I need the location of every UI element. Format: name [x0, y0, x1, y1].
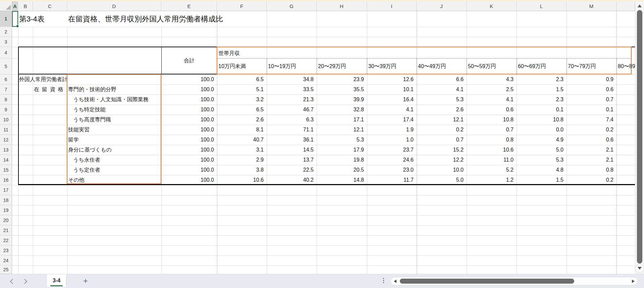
cell-value[interactable]: 100.0: [161, 74, 214, 84]
cell-value[interactable]: 2.1: [567, 145, 613, 155]
scroll-left-icon[interactable]: [394, 280, 396, 283]
cell-value[interactable]: 3.1: [217, 145, 264, 155]
column-header-H[interactable]: H: [317, 1, 367, 11]
cell-value[interactable]: 23.7: [367, 145, 414, 155]
cell-value[interactable]: 17.9: [317, 145, 364, 155]
income-column-header[interactable]: 50〜59万円: [468, 58, 496, 74]
sheet-tab-3-4[interactable]: 3-4: [47, 274, 66, 287]
cell-value[interactable]: 5.3: [517, 155, 564, 165]
column-header-L[interactable]: L: [517, 1, 567, 11]
cell-value[interactable]: 0.2: [567, 175, 613, 185]
cell-value[interactable]: 20.5: [317, 165, 364, 175]
cell-value[interactable]: 0.1: [517, 105, 564, 115]
cell-value[interactable]: 16.4: [367, 95, 414, 105]
cell-value[interactable]: 100.0: [161, 175, 214, 185]
cell-value[interactable]: 5.3: [317, 135, 364, 145]
column-header-K[interactable]: K: [467, 1, 517, 11]
scrollbar-grip-icon[interactable]: [382, 278, 384, 283]
row-header-21[interactable]: 21: [0, 225, 12, 235]
cell-value[interactable]: 0.7: [417, 135, 464, 145]
cell-value[interactable]: 0.8: [567, 165, 613, 175]
cell-value[interactable]: 24.6: [367, 155, 414, 165]
row-label[interactable]: 専門的・技術的分野: [68, 84, 116, 95]
cell-value[interactable]: 5.0: [517, 145, 564, 155]
cell-value[interactable]: 11.0: [467, 155, 514, 165]
cell-value[interactable]: 100.0: [161, 84, 214, 95]
row-label[interactable]: うち技術・人文知識・国際業務: [73, 95, 149, 105]
row-header-11[interactable]: 11: [0, 125, 12, 135]
cell-value[interactable]: 4.1: [417, 84, 464, 95]
cell-value[interactable]: 2.6: [417, 105, 464, 115]
cell-value[interactable]: 0.6: [567, 135, 613, 145]
column-header-D[interactable]: D: [67, 1, 161, 11]
cell-value[interactable]: 40.7: [217, 135, 264, 145]
cell-value[interactable]: 32.8: [317, 105, 364, 115]
row-label[interactable]: 身分に基づくもの: [68, 145, 112, 155]
income-column-header[interactable]: 40〜49万円: [418, 58, 446, 74]
cell-value[interactable]: 5.0: [417, 175, 464, 185]
cell-value[interactable]: 13.7: [267, 155, 314, 165]
cell-value[interactable]: 35.5: [317, 84, 364, 95]
next-sheet-icon[interactable]: [22, 279, 28, 284]
cell-value[interactable]: 71.1: [267, 125, 314, 135]
income-column-header[interactable]: 80〜89万円: [618, 58, 635, 74]
row-header-25[interactable]: 25: [0, 266, 12, 274]
column-header-E[interactable]: E: [161, 1, 217, 11]
cell-value[interactable]: 100.0: [161, 155, 214, 165]
cell-value[interactable]: 1.5: [517, 175, 564, 185]
scroll-right-icon[interactable]: [632, 280, 635, 283]
cell-value[interactable]: 2.3: [517, 74, 564, 84]
row-header-24[interactable]: 24: [0, 255, 12, 266]
row-header-7[interactable]: 7: [0, 84, 12, 95]
cell-value[interactable]: 2.9: [217, 155, 264, 165]
cell-value[interactable]: 100.0: [161, 115, 214, 125]
column-header-M[interactable]: M: [567, 1, 616, 11]
cell-value[interactable]: 40.2: [267, 175, 314, 185]
column-header-I[interactable]: I: [367, 1, 417, 11]
cell-value[interactable]: 4.3: [467, 74, 514, 84]
row-label[interactable]: うち定住者: [73, 165, 100, 175]
cell-value[interactable]: 4.8: [517, 165, 564, 175]
income-column-header[interactable]: 30〜39万円: [368, 58, 396, 74]
cell-value[interactable]: 12.1: [317, 125, 364, 135]
cell-value[interactable]: 10.8: [467, 115, 514, 125]
cell-value[interactable]: 10.6: [217, 175, 264, 185]
row-header-13[interactable]: 13: [0, 145, 12, 155]
column-header-J[interactable]: J: [417, 1, 467, 11]
cell-value[interactable]: 100.0: [161, 125, 214, 135]
row-header-2[interactable]: 2: [0, 27, 12, 37]
cell-value[interactable]: 12.2: [417, 155, 464, 165]
cell-value[interactable]: 0.7: [567, 95, 613, 105]
cell-value[interactable]: 46.7: [267, 105, 314, 115]
row-header-23[interactable]: 23: [0, 245, 12, 255]
cell-value[interactable]: 10.6: [467, 145, 514, 155]
cell-value[interactable]: 8.1: [217, 125, 264, 135]
cell-value[interactable]: 23.9: [317, 74, 364, 84]
cell-value[interactable]: 0.0: [517, 125, 564, 135]
row-header-15[interactable]: 15: [0, 165, 12, 175]
cell-value[interactable]: 6.5: [217, 74, 264, 84]
cell-value[interactable]: 36.1: [267, 135, 314, 145]
income-column-header[interactable]: 10万円未満: [218, 58, 246, 74]
cell-value[interactable]: 0.6: [567, 84, 613, 95]
cell-value[interactable]: 100.0: [161, 105, 214, 115]
cell-value[interactable]: 0.6: [467, 105, 514, 115]
cell-value[interactable]: 11.7: [367, 175, 414, 185]
cell-value[interactable]: 12.1: [417, 115, 464, 125]
cell-value[interactable]: 1.2: [467, 175, 514, 185]
cell-value[interactable]: 100.0: [161, 95, 214, 105]
row-header-16[interactable]: 16: [0, 175, 12, 185]
row-header-9[interactable]: 9: [0, 105, 12, 115]
cell-value[interactable]: 23.0: [367, 165, 414, 175]
column-header-C[interactable]: C: [33, 1, 67, 11]
cell-value[interactable]: 6.6: [417, 74, 464, 84]
cell-value[interactable]: 6.3: [267, 115, 314, 125]
header-total[interactable]: 合計: [161, 47, 217, 74]
cell-value[interactable]: 5.1: [217, 84, 264, 95]
column-header-partial[interactable]: [616, 1, 635, 11]
cell-value[interactable]: 39.9: [317, 95, 364, 105]
row-label[interactable]: その他: [68, 175, 85, 185]
row-header-1[interactable]: 1: [0, 11, 12, 27]
select-all-button[interactable]: [0, 1, 12, 11]
cell-value[interactable]: 2.5: [467, 84, 514, 95]
